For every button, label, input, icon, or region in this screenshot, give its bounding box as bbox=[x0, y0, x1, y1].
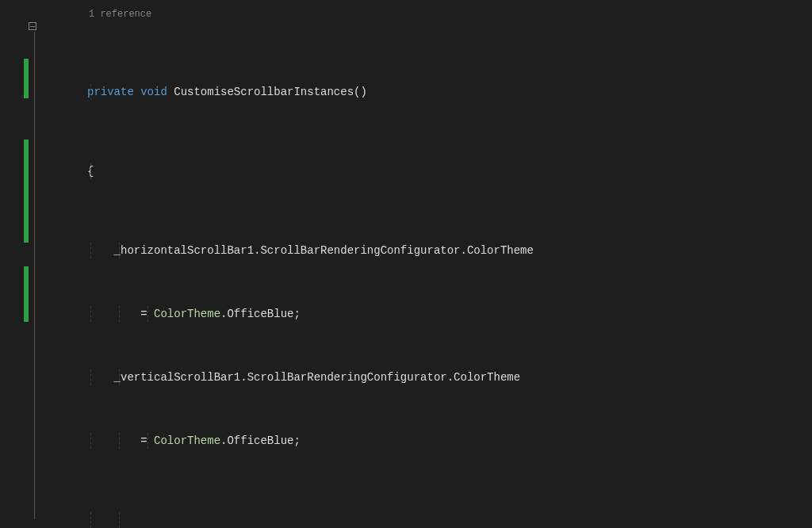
collapse-toggle[interactable] bbox=[29, 22, 36, 30]
code-editor[interactable]: 1 reference private void CustomiseScroll… bbox=[0, 0, 812, 528]
enum-value: .OfficeBlue; bbox=[220, 434, 301, 447]
parens: () bbox=[354, 86, 367, 98]
eq: = bbox=[140, 434, 147, 447]
code-text: _verticalScrollBar1.ScrollBarRenderingCo… bbox=[114, 371, 520, 384]
code-line[interactable]: { bbox=[87, 163, 812, 179]
code-line[interactable]: = ColorTheme.OfficeBlue; bbox=[87, 306, 812, 322]
code-text: _horizontalScrollBar1.ScrollBarRendering… bbox=[114, 244, 534, 257]
code-area[interactable]: private void CustomiseScrollbarInstances… bbox=[87, 0, 812, 528]
enum-type: ColorTheme bbox=[154, 308, 220, 320]
code-line[interactable] bbox=[87, 512, 812, 528]
enum-type: ColorTheme bbox=[154, 434, 220, 447]
code-line[interactable]: private void CustomiseScrollbarInstances… bbox=[87, 84, 812, 100]
keyword-void: void bbox=[140, 86, 167, 98]
method-name: CustomiseScrollbarInstances bbox=[174, 86, 354, 98]
modification-marker bbox=[24, 59, 29, 98]
modification-marker bbox=[24, 266, 29, 322]
gutter bbox=[0, 0, 87, 528]
code-line[interactable]: = ColorTheme.OfficeBlue; bbox=[87, 433, 812, 449]
outline-guide bbox=[34, 32, 35, 519]
eq: = bbox=[140, 308, 147, 320]
keyword-private: private bbox=[87, 86, 134, 98]
modification-marker bbox=[24, 140, 29, 243]
code-line[interactable]: _horizontalScrollBar1.ScrollBarRendering… bbox=[87, 243, 812, 258]
enum-value: .OfficeBlue; bbox=[220, 308, 301, 320]
code-line[interactable]: _verticalScrollBar1.ScrollBarRenderingCo… bbox=[87, 369, 812, 385]
